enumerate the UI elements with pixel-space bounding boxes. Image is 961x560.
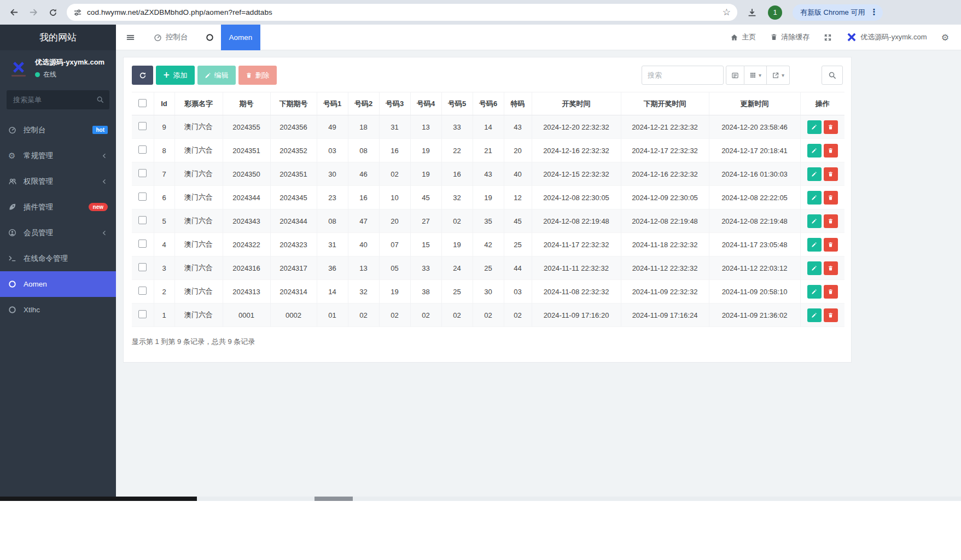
- topbar-profile[interactable]: 优选源码-yxymk.com: [846, 32, 927, 42]
- row-checkbox[interactable]: [138, 240, 147, 248]
- row-checkbox[interactable]: [138, 122, 147, 130]
- row-edit-button[interactable]: [807, 120, 822, 134]
- sidebar-toggle-button[interactable]: [116, 33, 145, 42]
- cell-n2: 13: [348, 256, 379, 280]
- cell-special: 20: [504, 139, 532, 162]
- row-checkbox[interactable]: [138, 192, 147, 201]
- pencil-icon: [811, 218, 817, 224]
- table-row: 1澳门六合00010002010202020202022024-11-09 17…: [132, 304, 844, 327]
- cell-update-time: 2024-12-16 01:30:03: [709, 162, 800, 186]
- horizontal-scrollbar[interactable]: [0, 497, 961, 501]
- cell-name: 澳门六合: [174, 233, 223, 256]
- grid-icon: [749, 72, 756, 79]
- fullscreen-button[interactable]: [824, 33, 832, 42]
- home-link[interactable]: 主页: [730, 32, 756, 42]
- row-delete-button[interactable]: [824, 144, 838, 158]
- cell-id: 5: [154, 209, 174, 233]
- tab-dashboard[interactable]: 控制台: [145, 25, 197, 50]
- row-actions-cell: [800, 233, 844, 256]
- tab-aomen[interactable]: Aomen: [197, 25, 261, 50]
- browser-back-button[interactable]: [5, 4, 22, 21]
- row-delete-button[interactable]: [824, 191, 838, 205]
- row-edit-button[interactable]: [807, 191, 822, 205]
- row-checkbox[interactable]: [138, 145, 147, 154]
- detail-view-button[interactable]: [726, 66, 744, 85]
- row-delete-button[interactable]: [824, 167, 838, 181]
- downloads-button[interactable]: [747, 7, 757, 18]
- row-checkbox[interactable]: [138, 216, 147, 224]
- address-bar[interactable]: cod.hwymw.net/aZXDBMbhdO.php/aomen?ref=a…: [67, 4, 737, 21]
- cell-draw-time: 2024-12-20 22:32:32: [532, 115, 621, 139]
- columns-dropdown-button[interactable]: ▾: [744, 66, 767, 85]
- row-edit-button[interactable]: [807, 308, 822, 322]
- export-dropdown-button[interactable]: ▾: [767, 66, 790, 85]
- row-delete-button[interactable]: [824, 214, 838, 228]
- select-all-checkbox[interactable]: [138, 99, 147, 107]
- row-delete-button[interactable]: [824, 261, 838, 275]
- cell-name: 澳门六合: [174, 280, 223, 304]
- circle-icon: [8, 280, 16, 288]
- cell-n5: 22: [441, 139, 473, 162]
- site-settings-icon[interactable]: [73, 8, 82, 17]
- row-delete-button[interactable]: [824, 285, 838, 299]
- bookmark-star-icon[interactable]: ☆: [723, 8, 731, 17]
- sidebar-item-xtlhc[interactable]: Xtlhc: [0, 297, 116, 323]
- download-icon: [747, 8, 757, 18]
- menu-search: [7, 90, 109, 109]
- sidebar-item-members[interactable]: 会员管理: [0, 220, 116, 246]
- browser-reload-button[interactable]: [45, 4, 61, 21]
- sidebar-profile[interactable]: 优选源码-yxymk.com 在线: [0, 50, 116, 85]
- row-edit-button[interactable]: [807, 261, 822, 275]
- refresh-button[interactable]: [132, 66, 153, 85]
- row-checkbox[interactable]: [138, 263, 147, 271]
- browser-menu-icon[interactable]: ⋮: [870, 8, 878, 16]
- row-actions-cell: [800, 162, 844, 186]
- row-edit-button[interactable]: [807, 144, 822, 158]
- table-toolbar: + 添加 编辑 删除: [132, 66, 843, 85]
- circle-icon: [206, 33, 214, 42]
- add-button[interactable]: + 添加: [156, 66, 195, 85]
- cell-n3: 31: [379, 115, 410, 139]
- cell-n6: 02: [473, 304, 504, 327]
- row-edit-button[interactable]: [807, 167, 822, 181]
- settings-gear-icon[interactable]: ⚙: [941, 32, 949, 43]
- row-select-cell: [132, 139, 154, 162]
- sidebar-item-dashboard[interactable]: 控制台 hot: [0, 117, 116, 143]
- sidebar-item-general[interactable]: ⚙ 常规管理: [0, 143, 116, 168]
- menu-search-input[interactable]: [7, 90, 109, 109]
- sidebar-item-online-command[interactable]: 在线命令管理: [0, 246, 116, 271]
- cell-n5: 02: [441, 304, 473, 327]
- chevron-left-icon: [101, 230, 108, 236]
- row-edit-button[interactable]: [807, 214, 822, 228]
- sidebar-item-aomen[interactable]: Aomen: [0, 271, 116, 297]
- search-toggle-button[interactable]: [822, 66, 843, 85]
- edit-button[interactable]: 编辑: [197, 66, 236, 85]
- cell-name: 澳门六合: [174, 186, 223, 209]
- row-edit-button[interactable]: [807, 238, 822, 252]
- trash-icon: [828, 124, 834, 130]
- table-search-input[interactable]: [642, 66, 724, 85]
- table-row: 6澳门六合20243442024345231610453219122024-12…: [132, 186, 844, 209]
- scrollbar-thumb[interactable]: [314, 497, 353, 501]
- forward-arrow-icon: [29, 8, 38, 17]
- sidebar-item-permissions[interactable]: 权限管理: [0, 168, 116, 194]
- row-delete-button[interactable]: [824, 120, 838, 134]
- row-select-cell: [132, 209, 154, 233]
- row-checkbox[interactable]: [138, 287, 147, 295]
- row-delete-button[interactable]: [824, 238, 838, 252]
- row-checkbox[interactable]: [138, 169, 147, 177]
- chrome-update-button[interactable]: 有新版 Chrome 可用 ⋮: [793, 4, 883, 21]
- row-checkbox[interactable]: [138, 310, 147, 318]
- sidebar: 我的网站 优选源码-yxymk.com 在线 控制台 hot ⚙ 常规管理: [0, 25, 116, 497]
- site-title: 我的网站: [0, 25, 116, 50]
- pencil-icon: [811, 171, 817, 177]
- cell-draw-time: 2024-11-17 22:32:32: [532, 233, 621, 256]
- browser-profile-avatar[interactable]: 1: [768, 5, 782, 20]
- row-edit-button[interactable]: [807, 285, 822, 299]
- row-delete-button[interactable]: [824, 308, 838, 322]
- browser-forward-button[interactable]: [25, 4, 42, 21]
- sidebar-item-plugins[interactable]: 插件管理 new: [0, 194, 116, 220]
- scrollbar-thumb[interactable]: [0, 497, 197, 501]
- delete-button[interactable]: 删除: [238, 66, 277, 85]
- clear-cache-link[interactable]: 清除缓存: [770, 32, 809, 42]
